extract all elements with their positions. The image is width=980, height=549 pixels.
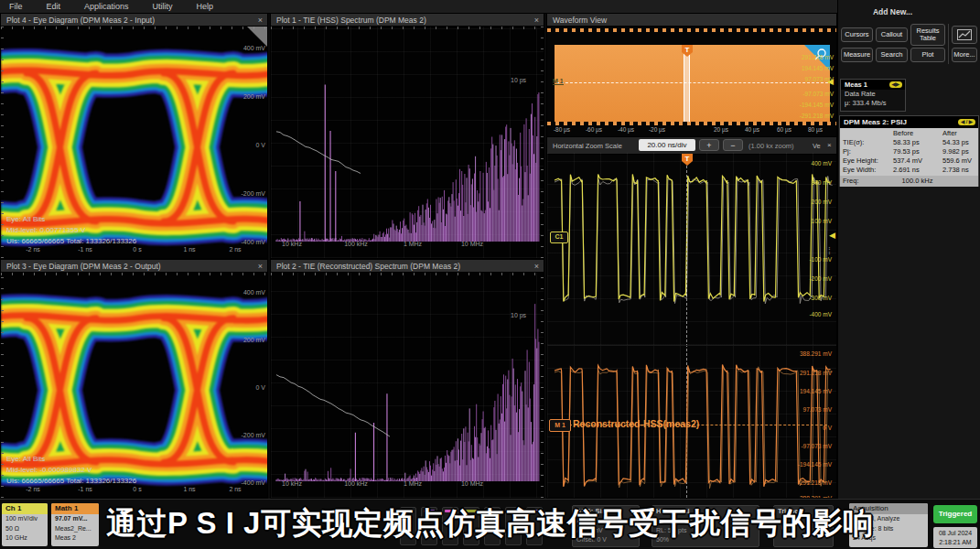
add-search-button[interactable]: Search — [876, 48, 908, 62]
axis-label: 80 µs — [808, 126, 823, 133]
ruler-ticks — [1, 273, 267, 275]
dpm-table-body: Before After TIE(σ): 58.33 ps 54.33 ps P… — [840, 128, 978, 176]
plot1-title: Plot 1 - TIE (HSS) Spectrum (DPM Meas 2) — [276, 16, 426, 25]
plot3-titlebar[interactable]: Plot 3 - Eye Diagram (DPM Meas 2 - Outpu… — [1, 260, 267, 273]
zoom-in-button[interactable]: + — [699, 139, 719, 151]
axis-label: -60 µs — [586, 126, 602, 133]
add-callout-button[interactable]: Callout — [876, 27, 908, 42]
math-badge[interactable]: M 1 — [549, 419, 571, 432]
ruler-ticks — [541, 27, 544, 258]
ch1-level-arrow-icon: ◀ — [829, 231, 835, 240]
add-results-table-button[interactable]: Results Table — [910, 24, 945, 46]
waveform-view-panel: Waveform View M 1 T ◀ 291.218 mV194.145 … — [546, 13, 837, 499]
plot2-titlebar[interactable]: Plot 2 - TIE (Reconstructed) Spectrum (D… — [271, 260, 544, 273]
plot3-title: Plot 3 - Eye Diagram (DPM Meas 2 - Outpu… — [6, 262, 161, 271]
col-header: Before — [893, 129, 913, 137]
ruler-ticks — [1, 27, 4, 258]
zoom-ve-label: Ve — [813, 142, 821, 150]
marker-arrow-icon: ◀ — [827, 78, 834, 86]
menu-help[interactable]: Help — [197, 2, 214, 11]
row-name: TIE(σ): — [843, 138, 864, 146]
ch1-badge-line: 100 mV/div — [2, 514, 48, 524]
col-header: After — [942, 129, 957, 137]
add-new-heading: Add New... — [840, 7, 945, 16]
menu-applications[interactable]: Applications — [84, 2, 129, 11]
freq-value: 100.0 kHz — [861, 177, 933, 185]
menu-bar: File Edit Applications Utility Help — [0, 0, 980, 14]
math1-source-badge[interactable]: Math 1 97.07 mV... Meas2_Re... Meas 2 — [51, 503, 99, 546]
ch1-source-badge[interactable]: Ch 1 100 mV/div 50 Ω 10 GHz — [2, 503, 48, 546]
plot2-spectrum[interactable]: 10 kHz100 kHz1 MHz10 MHz 10 ps — [271, 273, 544, 498]
row-name: Eye Width: — [843, 166, 876, 174]
plot2-y-label: 10 ps — [511, 312, 526, 318]
menu-edit[interactable]: Edit — [47, 2, 61, 11]
add-cursors-button[interactable]: Cursors — [841, 27, 873, 42]
meas1-line2: μ: 333.4 Mb/s — [841, 99, 905, 108]
overview-source-label: M 1 — [553, 78, 564, 85]
row-after: 2.738 ns — [942, 166, 969, 174]
plot1-y-label: 10 ps — [511, 77, 526, 83]
dpm-nav-pill[interactable]: ◀ / ▶ — [958, 119, 975, 125]
add-plot-button[interactable]: Plot — [910, 48, 945, 62]
zoom-window-strip[interactable] — [684, 45, 690, 122]
row-after: 9.982 ps — [942, 147, 969, 156]
plot4-title: Plot 4 - Eye Diagram (DPM Meas 2 - Input… — [6, 16, 155, 25]
meas1-badge[interactable]: Meas 1 ◀▶ Data Rate μ: 333.4 Mb/s — [840, 79, 906, 112]
ch1-badge[interactable]: C1 — [550, 231, 568, 243]
meas1-nav-pill[interactable]: ◀▶ — [889, 81, 902, 88]
dpm-results-table[interactable]: DPM Meas 2: PSIJ ◀ / ▶ Before After TIE(… — [839, 115, 979, 187]
plot2-title: Plot 2 - TIE (Reconstructed) Spectrum (D… — [276, 262, 460, 271]
waveform-overview[interactable] — [555, 45, 830, 122]
act-on-event-button[interactable] — [952, 26, 977, 44]
ch1-zoom-view[interactable] — [547, 153, 836, 345]
overview-ticks — [547, 28, 836, 32]
plot3-eye-diagram[interactable]: 400 mV200 mV0 V-200 mV-400 mV -2 ns-1 ns… — [1, 273, 267, 498]
close-icon[interactable]: × — [258, 14, 263, 27]
axis-label: -80 µs — [554, 126, 570, 133]
ruler-ticks — [1, 273, 4, 498]
ruler-ticks — [271, 27, 544, 29]
row-after: 559.6 mV — [942, 156, 972, 165]
dpm-freq-row: Freq: 100.0 kHz — [840, 176, 978, 187]
plot1-spectrum[interactable]: 10 kHz100 kHz1 MHz10 MHz 10 ps — [271, 27, 544, 258]
axis-label: 60 µs — [777, 126, 792, 133]
zoom-out-button[interactable]: − — [723, 139, 743, 151]
plot3-panel: Plot 3 - Eye Diagram (DPM Meas 2 - Outpu… — [0, 259, 268, 499]
ch1-badge-line: 10 GHz — [2, 533, 48, 544]
math1-badge-line: Meas2_Re... — [51, 524, 99, 534]
row-before: 79.53 ps — [893, 147, 920, 156]
row-name: Eye Height: — [843, 156, 878, 165]
subtitle-caption: 通过P S I J可实现定频点仿真高速信号受干扰信号的影响 — [106, 503, 874, 544]
close-icon[interactable]: × — [258, 260, 263, 273]
row-before: 58.33 ps — [893, 138, 920, 146]
math1-badge-line: 97.07 mV... — [51, 514, 99, 524]
plot1-panel: Plot 1 - TIE (HSS) Spectrum (DPM Meas 2)… — [270, 13, 544, 259]
close-icon[interactable]: × — [827, 141, 832, 149]
menu-utility[interactable]: Utility — [153, 2, 173, 11]
ruler-ticks — [1, 27, 267, 29]
more-button[interactable]: More... — [952, 48, 977, 62]
pane-resize-handle[interactable]: ⁞ — [828, 249, 831, 253]
plot1-titlebar[interactable]: Plot 1 - TIE (HSS) Spectrum (DPM Meas 2)… — [271, 14, 544, 27]
zoom-scale-input[interactable]: 20.00 ns/div — [639, 139, 695, 151]
triggered-indicator: Triggered — [933, 505, 977, 523]
row-before: 537.4 mV — [893, 156, 922, 165]
axis-label: -20 µs — [649, 126, 665, 133]
time-label: 2:18:21 AM — [933, 538, 977, 547]
overview-center-line — [556, 82, 828, 83]
close-icon[interactable]: × — [534, 14, 539, 27]
waveform-view-titlebar[interactable]: Waveform View — [547, 14, 836, 27]
horizontal-zoom-bar: Horizontal Zoom Scale 20.00 ns/div + − (… — [547, 136, 836, 155]
menu-file[interactable]: File — [9, 2, 23, 11]
add-measure-button[interactable]: Measure — [841, 48, 873, 62]
close-icon[interactable]: × — [534, 260, 539, 273]
plot4-titlebar[interactable]: Plot 4 - Eye Diagram (DPM Meas 2 - Input… — [1, 14, 267, 27]
meas1-line1: Data Rate — [841, 90, 905, 99]
waveform-view-title: Waveform View — [553, 16, 607, 25]
axis-label: 20 µs — [714, 126, 728, 133]
plot4-eye-diagram[interactable]: 400 mV200 mV0 V-200 mV-400 mV -2 ns-1 ns… — [1, 27, 267, 258]
axis-label: 40 µs — [745, 126, 759, 133]
row-after: 54.33 ps — [942, 138, 969, 146]
math1-badge-line: Meas 2 — [51, 533, 99, 544]
zoom-magnifier-icon[interactable] — [804, 45, 830, 70]
